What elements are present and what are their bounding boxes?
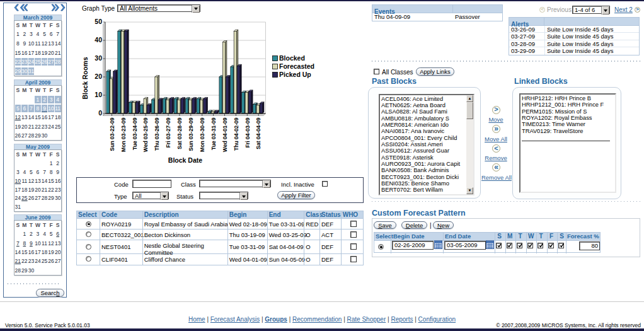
svg-text:Mon 03-23-09: Mon 03-23-09 [120, 117, 127, 152]
svg-text:Thu 04-02-09: Thu 04-02-09 [233, 117, 239, 151]
svg-text:Forecasted: Forecasted [279, 62, 314, 70]
svg-text:Block Rooms: Block Rooms [81, 57, 89, 99]
svg-text:Thu 03-26-09: Thu 03-26-09 [154, 117, 160, 151]
svg-text:Sun 03-29-09: Sun 03-29-09 [188, 117, 194, 151]
svg-text:Wed 03-25-09: Wed 03-25-09 [142, 117, 149, 152]
svg-text:Tue 03-24-09: Tue 03-24-09 [132, 117, 138, 150]
svg-text:Wed 04-01-09: Wed 04-01-09 [222, 117, 228, 152]
svg-text:Sat 03-28-09: Sat 03-28-09 [176, 117, 183, 149]
svg-text:Fri 04-03-09: Fri 04-03-09 [244, 117, 251, 148]
svg-text:40: 40 [95, 36, 102, 44]
svg-text:Fri 03-27-09: Fri 03-27-09 [165, 117, 171, 148]
svg-text:Mon 03-30-09: Mon 03-30-09 [199, 117, 205, 152]
svg-text:20: 20 [95, 73, 102, 80]
svg-text:Block Date: Block Date [168, 156, 202, 164]
svg-text:Sun 03-22-09: Sun 03-22-09 [109, 117, 115, 151]
svg-text:Picked Up: Picked Up [279, 71, 311, 78]
svg-text:0: 0 [98, 109, 102, 117]
svg-text:50: 50 [95, 18, 102, 25]
svg-text:Sat 04-04-09: Sat 04-04-09 [255, 117, 262, 149]
svg-text:Tue 03-31-09: Tue 03-31-09 [210, 117, 217, 150]
svg-text:10: 10 [95, 91, 102, 98]
svg-text:Blocked: Blocked [279, 54, 305, 62]
svg-text:30: 30 [95, 54, 102, 62]
